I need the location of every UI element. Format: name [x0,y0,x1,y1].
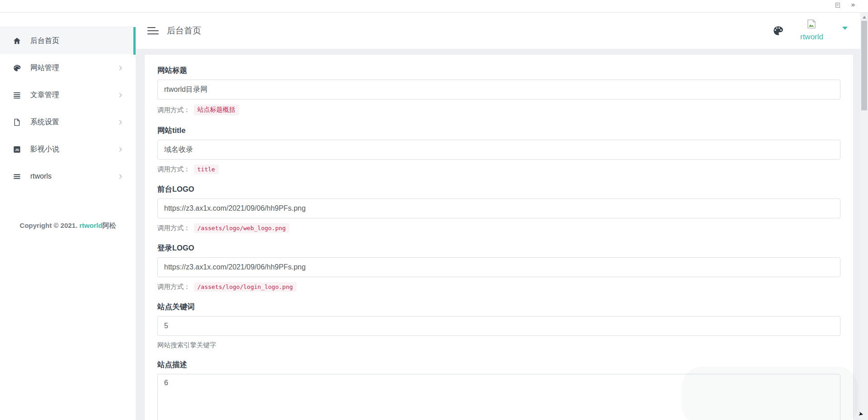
sidebar-item-movie-novel[interactable]: JS影视小说 [0,136,136,163]
theme-palette-icon[interactable] [772,25,784,37]
copyright-text: Copyright © 2021. [20,222,80,229]
list-icon [13,90,23,99]
settings-form-card: 网站标题调用方式：站点标题概括网站title调用方式：title前台LOGO调用… [145,55,853,420]
user-menu[interactable]: rtworld [800,18,823,42]
browser-top-strip: » [0,0,868,13]
double-chevron-icon[interactable]: » [851,0,854,8]
site-keywords-label: 站点关键词 [157,302,840,312]
vertical-scrollbar[interactable] [860,13,868,420]
menu-toggle-icon[interactable] [147,25,159,37]
site-html-title-input[interactable] [157,140,840,160]
field-site-html-title: 网站title调用方式：title [157,126,840,174]
active-item-indicator [133,27,136,55]
sidebar-item-label: 系统设置 [30,118,59,127]
username: rtworld [800,33,823,42]
svg-text:JS: JS [15,148,19,152]
site-keywords-input[interactable] [157,316,840,336]
field-login-logo: 登录LOGO调用方式：/assets/logo/login_logo.png [157,243,840,292]
web-logo-input[interactable] [157,198,840,218]
window-restore-icon[interactable] [835,3,840,8]
home-icon [13,36,23,45]
sidebar-item-site-management[interactable]: 网站管理 [0,54,136,81]
menu-icon [13,172,23,181]
sidebar-menu: 后台首页网站管理文章管理系统设置JS影视小说rtworls [0,27,136,190]
hint-label: 调用方式： [157,165,190,174]
js-icon: JS [13,145,23,154]
caret-down-icon[interactable] [842,27,848,30]
sidebar: 后台首页网站管理文章管理系统设置JS影视小说rtworls Copyright … [0,13,136,420]
main-content: 网站标题调用方式：站点标题概括网站title调用方式：title前台LOGO调用… [136,49,860,420]
copyright-brand: rtworld [80,222,103,229]
login-logo-hint: 调用方式：/assets/logo/login_logo.png [157,282,840,292]
header-actions: rtworld [772,19,848,42]
sidebar-item-label: 后台首页 [30,36,59,46]
field-site-keywords: 站点关键词网站搜索引擎关键字 [157,302,840,349]
chevron-right-icon [118,93,122,97]
sidebar-item-label: rtworls [30,172,52,180]
sidebar-item-dashboard[interactable]: 后台首页 [0,27,136,54]
site-title-code-badge: 站点标题概括 [194,104,239,115]
top-header: 后台首页 rtworld [136,13,860,49]
sidebar-item-label: 文章管理 [30,90,59,100]
file-icon [13,118,23,127]
sidebar-item-system-settings[interactable]: 系统设置 [0,109,136,136]
web-logo-label: 前台LOGO [157,184,840,194]
avatar-broken-image-icon [806,18,817,30]
site-title-hint: 调用方式：站点标题概括 [157,104,840,115]
palette-icon [13,63,23,72]
site-html-title-hint: 调用方式：title [157,165,840,174]
field-web-logo: 前台LOGO调用方式：/assets/logo/web_logo.png [157,184,840,233]
chevron-right-icon [118,66,122,70]
sidebar-item-article-management[interactable]: 文章管理 [0,81,136,109]
hint-label: 调用方式： [157,224,190,232]
watermark-artifact [682,367,858,420]
scrollbar-up-arrow[interactable] [863,16,866,19]
copyright-suffix: 阿松 [102,222,116,229]
sidebar-item-label: 网站管理 [30,63,59,73]
chevron-right-icon [118,120,122,124]
web-logo-hint: 调用方式：/assets/logo/web_logo.png [157,223,840,233]
login-logo-code-badge: /assets/logo/login_logo.png [194,282,297,292]
site-html-title-label: 网站title [157,126,840,136]
sidebar-item-label: 影视小说 [30,145,59,154]
page-title: 后台首页 [167,25,201,37]
copyright: Copyright © 2021. rtworld阿松 [0,222,136,230]
login-logo-input[interactable] [157,257,840,277]
site-title-input[interactable] [157,80,840,99]
scrollbar-thumb[interactable] [861,21,867,110]
site-keywords-hint: 网站搜索引擎关键字 [157,341,840,349]
chevron-right-icon [118,147,122,151]
sidebar-brand-space [0,13,136,27]
site-title-label: 网站标题 [157,66,840,76]
web-logo-code-badge: /assets/logo/web_logo.png [194,223,290,233]
hint-label: 调用方式： [157,106,190,114]
hint-label: 调用方式： [157,283,190,291]
login-logo-label: 登录LOGO [157,243,840,253]
chevron-right-icon [118,174,122,179]
site-html-title-code-badge: title [194,165,219,174]
sidebar-item-rtworls[interactable]: rtworls [0,163,136,190]
field-site-title: 网站标题调用方式：站点标题概括 [157,66,840,115]
